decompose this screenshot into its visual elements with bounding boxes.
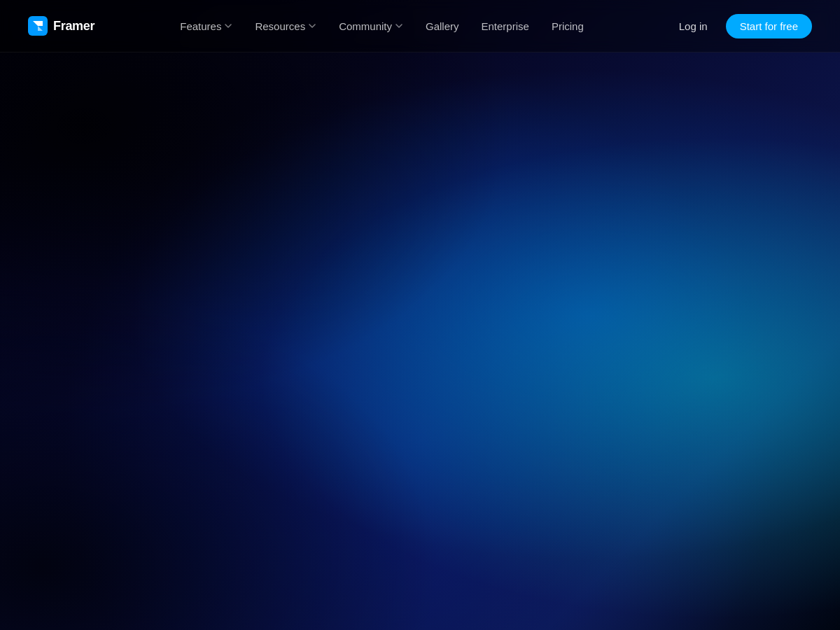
framer-logo-icon — [28, 16, 48, 36]
navbar: Framer Features Resources Community Gall… — [0, 0, 840, 52]
nav-actions: Log in Start for free — [669, 14, 812, 38]
chevron-down-icon — [395, 22, 403, 30]
logo-group[interactable]: Framer — [28, 16, 94, 36]
background — [0, 0, 840, 630]
nav-item-features[interactable]: Features — [170, 15, 242, 38]
brand-name: Framer — [53, 19, 94, 34]
start-for-free-button[interactable]: Start for free — [726, 14, 812, 38]
nav-item-resources[interactable]: Resources — [245, 15, 326, 38]
nav-links: Features Resources Community Gallery Ent… — [170, 15, 594, 38]
nav-item-pricing[interactable]: Pricing — [542, 15, 594, 38]
nav-item-enterprise[interactable]: Enterprise — [472, 15, 539, 38]
chevron-down-icon — [224, 22, 232, 30]
login-button[interactable]: Log in — [669, 15, 718, 38]
chevron-down-icon — [308, 22, 316, 30]
nav-item-gallery[interactable]: Gallery — [416, 15, 469, 38]
nav-item-community[interactable]: Community — [329, 15, 413, 38]
